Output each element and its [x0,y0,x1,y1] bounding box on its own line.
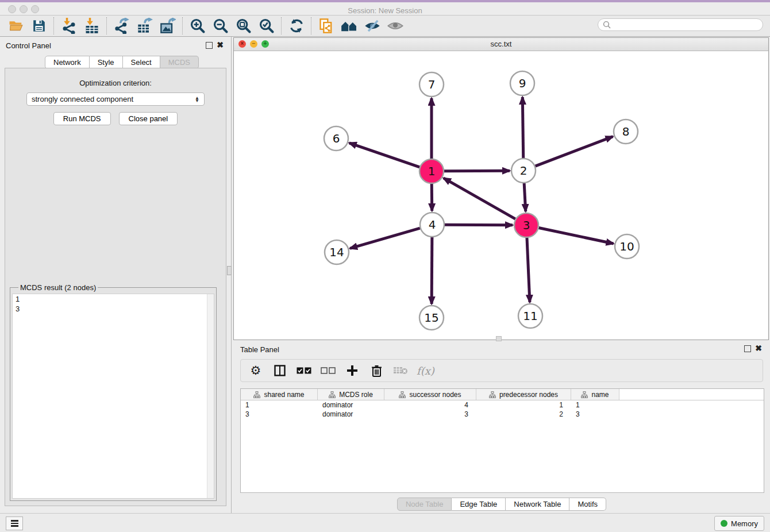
column-header-MCDS-role[interactable]: MCDS role [318,389,384,400]
svg-text:2: 2 [520,164,528,178]
toolbar-separator [182,17,183,34]
svg-text:9: 9 [519,76,526,90]
table-body: 1dominator4113dominator323 [241,400,764,419]
mcds-panel: Optimization criterion: strongly connect… [5,68,226,506]
deselect-all-icon[interactable] [320,363,336,379]
optimization-criterion-select[interactable]: strongly connected component ▲▼ [26,92,205,106]
edge-3-11[interactable] [527,238,530,302]
first-neighbors-icon[interactable] [338,17,361,34]
table-row[interactable]: 1dominator411 [241,400,764,410]
cell-predecessor-nodes: 2 [476,410,571,418]
close-table-panel-icon[interactable]: ✖ [755,344,762,352]
zoom-fit-icon[interactable] [232,17,255,34]
edge-4-14[interactable] [350,228,420,248]
edge-2-9[interactable] [522,97,523,158]
export-network-icon[interactable] [110,17,133,34]
edge-1-2[interactable] [444,171,510,171]
node-9[interactable]: 9 [510,71,534,95]
export-image-icon[interactable] [156,17,179,34]
svg-text:3: 3 [523,218,530,232]
float-panel-icon[interactable] [206,42,213,49]
tab-motifs[interactable]: Motifs [569,498,606,511]
node-1[interactable]: 1 [419,159,444,183]
tab-node-table[interactable]: Node Table [397,498,452,511]
tab-select[interactable]: Select [123,56,160,69]
svg-text:11: 11 [523,309,537,323]
node-6[interactable]: 6 [324,126,348,151]
search-input[interactable] [611,20,763,30]
tab-mcds[interactable]: MCDS [160,56,199,69]
close-panel-button[interactable]: Close panel [119,112,178,125]
table-panel: Table Panel ✖ ⚙ f(x) shared nameMCDS rol… [233,342,770,511]
save-session-icon[interactable] [28,17,51,34]
import-table-icon[interactable] [80,17,103,34]
table-row[interactable]: 3dominator323 [241,410,764,419]
add-column-icon[interactable] [344,363,360,379]
tab-edge-table[interactable]: Edge Table [452,498,506,511]
run-mcds-button[interactable]: Run MCDS [53,112,111,125]
control-panel: Control Panel ✖ NetworkStyleSelectMCDS O… [0,37,232,513]
network-resize-grip[interactable] [496,336,502,341]
delete-column-icon[interactable] [368,363,384,379]
show-column-panel-icon[interactable] [272,363,288,379]
tab-network[interactable]: Network [45,56,90,69]
memory-button[interactable]: Memory [714,516,764,531]
node-2[interactable]: 2 [511,159,536,183]
svg-text:8: 8 [622,125,630,138]
column-header-predecessor-nodes[interactable]: predecessor nodes [476,389,571,400]
table-tabbar: Node TableEdge TableNetwork TableMotifs [233,498,770,511]
control-panel-buttons: ✖ [206,41,224,49]
column-header-successor-nodes[interactable]: successor nodes [384,389,476,400]
zoom-in-icon[interactable] [186,17,209,34]
edge-3-1[interactable] [444,178,515,219]
optimization-criterion-label: Optimization criterion: [5,79,226,87]
table-panel-buttons: ✖ [744,344,762,352]
table-panel-title: Table Panel [240,345,279,354]
edge-4-15[interactable] [432,237,432,304]
svg-text:1: 1 [428,164,436,178]
network-canvas[interactable]: 7968124314101511 [234,51,768,340]
node-8[interactable]: 8 [614,119,638,144]
table-header-row: shared nameMCDS rolesuccessor nodesprede… [241,389,764,400]
close-panel-icon[interactable]: ✖ [217,41,224,49]
open-session-icon[interactable] [5,17,28,34]
node-15[interactable]: 15 [419,306,444,330]
node-4[interactable]: 4 [420,213,444,237]
task-history-button[interactable] [6,516,23,530]
svg-text:10: 10 [619,240,634,253]
node-11[interactable]: 11 [518,304,542,328]
duplicate-network-icon[interactable] [315,17,338,34]
select-all-icon[interactable] [296,363,312,379]
node-14[interactable]: 14 [325,240,349,264]
column-header-name[interactable]: name [571,389,619,400]
edge-3-10[interactable] [539,228,614,244]
settings-gear-icon[interactable]: ⚙ [248,363,264,379]
scrollbar-track[interactable] [207,294,214,498]
hide-selected-icon[interactable] [361,17,384,34]
node-3[interactable]: 3 [514,213,538,237]
mcds-result-list[interactable]: 13 [12,294,214,499]
splitter-handle[interactable] [227,266,232,275]
edge-1-6[interactable] [349,143,419,167]
edge-4-3[interactable] [445,225,513,225]
import-network-icon[interactable] [57,17,80,34]
cell-name: 3 [571,410,619,418]
edge-1-4[interactable] [432,184,432,211]
show-all-icon[interactable] [384,17,407,34]
zoom-out-icon[interactable] [209,17,232,34]
float-table-panel-icon[interactable] [744,345,751,352]
edge-2-3[interactable] [524,183,526,211]
dropdown-value: strongly connected component [32,95,133,103]
toolbar-separator [53,17,55,34]
tab-style[interactable]: Style [90,56,123,69]
apply-layout-icon[interactable] [285,17,308,34]
node-10[interactable]: 10 [615,234,639,259]
mcds-result-item[interactable]: 1 [13,294,214,304]
node-7[interactable]: 7 [419,72,444,97]
edge-2-8[interactable] [536,137,613,167]
column-header-shared-name[interactable]: shared name [241,389,318,400]
export-table-icon[interactable] [133,17,156,34]
tab-network-table[interactable]: Network Table [506,498,569,511]
mcds-result-item[interactable]: 3 [13,304,214,314]
zoom-selected-icon[interactable] [255,17,278,34]
